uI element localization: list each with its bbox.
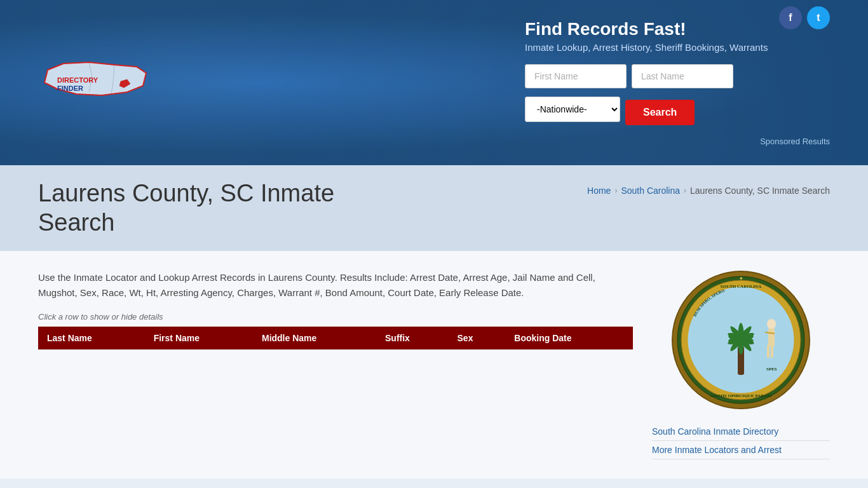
col-middle-name: Middle Name	[253, 327, 376, 349]
logo-container[interactable]: DIRECTORY FINDER	[38, 51, 159, 114]
sc-seal-image: SOUTH CAROLINA ANIMIS OPIBUSQUE PARATI S…	[671, 270, 811, 410]
breadcrumb-state[interactable]: South Carolina	[621, 186, 680, 196]
search-area: Find Records Fast! Inmate Lookup, Arrest…	[525, 19, 830, 146]
col-sex: Sex	[449, 327, 506, 349]
click-hint: Click a row to show or hide details	[38, 312, 633, 322]
last-name-input[interactable]	[632, 64, 733, 88]
state-select[interactable]: -Nationwide- Alabama South Carolina	[525, 97, 620, 122]
sidebar-link-1[interactable]: South Carolina Inmate Directory	[652, 423, 830, 441]
col-last-name: Last Name	[38, 327, 145, 349]
content-right: SOUTH CAROLINA ANIMIS OPIBUSQUE PARATI S…	[652, 270, 830, 459]
svg-rect-17	[768, 329, 775, 346]
first-name-input[interactable]	[525, 64, 627, 88]
breadcrumb-chevron-2: ›	[684, 186, 686, 195]
breadcrumb: Home › South Carolina › Laurens County, …	[587, 186, 830, 196]
inmate-table: Last Name First Name Middle Name Suffix …	[38, 327, 633, 349]
svg-text:✦: ✦	[739, 276, 743, 281]
search-button[interactable]: Search	[625, 100, 695, 125]
find-records-subtitle: Inmate Lookup, Arrest History, Sheriff B…	[525, 42, 830, 53]
table-header-row: Last Name First Name Middle Name Suffix …	[38, 327, 633, 349]
page-title: Laurens County, SC Inmate Search	[38, 179, 334, 237]
sponsored-text: Sponsored Results	[525, 137, 830, 146]
svg-rect-19	[767, 345, 770, 358]
social-bar: f t	[779, 6, 830, 29]
breadcrumb-home[interactable]: Home	[587, 186, 611, 196]
page-title-container: Laurens County, SC Inmate Search	[38, 179, 334, 237]
search-form: -Nationwide- Alabama South Carolina Sear…	[525, 64, 830, 146]
breadcrumb-chevron-1: ›	[614, 186, 617, 195]
breadcrumb-current: Laurens County, SC Inmate Search	[690, 186, 830, 196]
svg-point-16	[767, 319, 776, 329]
main-content: Use the Inmate Locator and Lookup Arrest…	[0, 251, 868, 478]
table-header: Last Name First Name Middle Name Suffix …	[38, 327, 633, 349]
twitter-icon[interactable]: t	[807, 6, 830, 29]
sidebar-links: South Carolina Inmate Directory More Inm…	[652, 423, 830, 459]
col-first-name: First Name	[145, 327, 253, 349]
header: DIRECTORY FINDER Find Records Fast! Inma…	[0, 0, 868, 165]
col-booking-date: Booking Date	[505, 327, 633, 349]
facebook-icon[interactable]: f	[779, 6, 802, 29]
description-text: Use the Inmate Locator and Lookup Arrest…	[38, 270, 633, 301]
svg-text:FINDER: FINDER	[57, 85, 83, 92]
svg-text:SOUTH CAROLINA: SOUTH CAROLINA	[721, 284, 761, 289]
content-left: Use the Inmate Locator and Lookup Arrest…	[38, 270, 633, 459]
svg-rect-20	[771, 345, 773, 358]
logo-map-svg: DIRECTORY FINDER	[38, 51, 159, 114]
logo-area: DIRECTORY FINDER	[38, 51, 159, 114]
sidebar-link-2[interactable]: More Inmate Locators and Arrest	[652, 441, 830, 459]
svg-text:ANIMIS OPIBUSQUE PARATI: ANIMIS OPIBUSQUE PARATI	[710, 393, 772, 398]
breadcrumb-section: Laurens County, SC Inmate Search Home › …	[0, 165, 868, 251]
svg-text:SPES: SPES	[766, 367, 777, 372]
col-suffix: Suffix	[376, 327, 449, 349]
svg-text:DIRECTORY: DIRECTORY	[57, 76, 98, 84]
